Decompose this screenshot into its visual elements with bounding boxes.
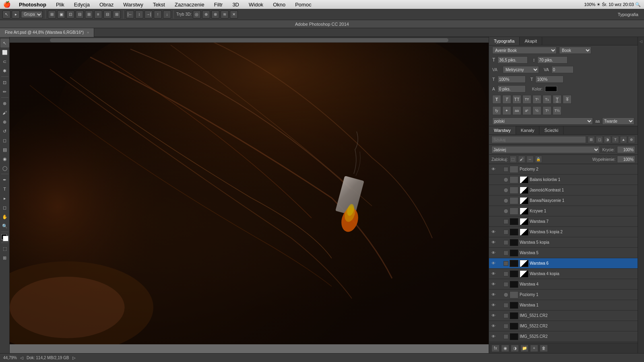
layer-item[interactable]: Krzywe 1 <box>489 206 638 216</box>
blend-mode-select[interactable]: Jaśniej <box>491 146 600 153</box>
layers-list[interactable]: 👁Poziomy 2Balans kolorów 1Jasność/Kontra… <box>489 164 638 343</box>
layer-item[interactable]: Jasność/Kontrast 1 <box>489 185 638 195</box>
scroll-thumb[interactable] <box>50 38 448 42</box>
3d-btn5[interactable]: ✕ <box>230 10 238 19</box>
layer-item[interactable]: 👁IMG_5522.CR2 <box>489 321 638 331</box>
tool-text[interactable]: T <box>0 185 9 193</box>
tool-path-select[interactable]: ▸ <box>0 194 9 203</box>
tool-move[interactable]: ↖ <box>0 39 9 47</box>
apple-menu[interactable]: 🍎 <box>3 1 11 8</box>
tool-hand[interactable]: ✋ <box>0 212 9 221</box>
layer-visibility-toggle[interactable]: 👁 <box>491 313 496 319</box>
leading-input[interactable] <box>537 56 568 64</box>
layer-visibility-toggle[interactable] <box>491 219 496 224</box>
menu-3d[interactable]: 3D <box>231 2 241 8</box>
align-btn7[interactable]: ↕ <box>135 10 143 19</box>
swash-btn[interactable]: ✦ <box>502 106 511 115</box>
align-btn4[interactable]: ⊟ <box>103 10 111 19</box>
menu-tekst[interactable]: Tekst <box>151 2 167 8</box>
3d-btn4[interactable]: ≋ <box>221 10 229 19</box>
style-btn-sub[interactable]: T₁ <box>543 95 551 104</box>
layer-visibility-toggle[interactable]: 👁 <box>491 240 496 245</box>
text-color-swatch[interactable] <box>545 86 557 92</box>
layer-item[interactable]: Barwa/Nasycenie 1 <box>489 195 638 206</box>
smart-filter-btn[interactable]: ⊕ <box>628 136 635 143</box>
layer-item[interactable]: 👁Poziomy 1 <box>489 290 638 300</box>
layer-visibility-toggle[interactable]: 👁 <box>491 271 496 277</box>
menu-photoshop[interactable]: Photoshop <box>17 2 48 8</box>
style-btn-underline[interactable]: T̲ <box>553 95 561 104</box>
align-btn10[interactable]: ↓ <box>163 10 171 19</box>
background-color[interactable] <box>3 236 8 241</box>
tab-akapit[interactable]: Akapit <box>520 37 542 45</box>
align-btn9[interactable]: ↑ <box>154 10 162 19</box>
tool-brush[interactable]: 🖌 <box>0 108 9 117</box>
layer-item[interactable]: 👁Warstwa 4 <box>489 279 638 290</box>
style-btn-small-caps[interactable]: Tᴛ <box>522 95 531 104</box>
lock-pixels-btn[interactable]: 🖌 <box>518 156 525 163</box>
liga-btn[interactable]: fy <box>492 106 501 115</box>
tool-blur[interactable]: ◉ <box>0 154 9 163</box>
style-btn-super[interactable]: T¹ <box>533 95 541 104</box>
arrow-btn[interactable]: ▸ <box>12 10 20 19</box>
layer-item[interactable]: 👁Warstwa 5 kopia <box>489 237 638 248</box>
alt-btn[interactable]: aa <box>512 106 521 115</box>
layer-visibility-toggle[interactable]: 👁 <box>491 167 496 172</box>
sub-btn2[interactable]: T½ <box>553 106 561 115</box>
style-btn-italic[interactable]: T <box>502 95 511 104</box>
layer-visibility-toggle[interactable] <box>491 187 496 193</box>
layer-item[interactable]: Warstwa 7 <box>489 216 638 227</box>
layer-item[interactable]: 👁Warstwa 1 <box>489 300 638 311</box>
add-fx-btn[interactable]: fx <box>491 345 500 352</box>
scale-h-input[interactable] <box>497 76 526 83</box>
opacity-input[interactable] <box>617 146 635 153</box>
layer-visibility-toggle[interactable]: 👁 <box>491 282 496 287</box>
group-select[interactable]: Grupa <box>21 11 43 18</box>
aa-type-select[interactable]: Twarde <box>602 117 634 125</box>
super-btn2[interactable]: T¹ <box>543 106 551 115</box>
tool-dodge[interactable]: ◯ <box>0 164 9 173</box>
layer-visibility-toggle[interactable]: 👁 <box>491 292 496 298</box>
kerning-select[interactable]: Metryczny <box>503 66 539 73</box>
tool-select-rect[interactable]: ⬜ <box>0 48 9 57</box>
new-group-btn[interactable]: 📁 <box>520 345 528 352</box>
layer-visibility-toggle[interactable] <box>491 177 496 183</box>
document-tab[interactable]: Fine Art.psd @ 44,8% (Warstwa 6,RGB/16*)… <box>0 28 94 37</box>
ord-btn[interactable]: aᵃ <box>522 106 531 115</box>
shape-filter-btn[interactable]: ▲ <box>620 136 627 143</box>
adj-filter-btn[interactable]: ◑ <box>604 136 611 143</box>
menu-obraz[interactable]: Obraz <box>98 2 115 8</box>
align-btn2[interactable]: ⊞ <box>85 10 93 19</box>
tab-warstwy[interactable]: Warstwy <box>489 126 516 134</box>
tab-typography[interactable]: Typografia <box>489 37 520 45</box>
align-btn5[interactable]: ⊞ <box>113 10 121 19</box>
style-btn-caps[interactable]: TT <box>512 95 521 104</box>
tab-sciezki[interactable]: Ścieżki <box>539 126 564 134</box>
font-style-select[interactable]: Book <box>559 47 591 54</box>
3d-btn2[interactable]: ⊕ <box>202 10 210 19</box>
3d-btn3[interactable]: ⊗ <box>211 10 219 19</box>
typography-btn[interactable]: Typografia <box>615 12 642 17</box>
align-btn1[interactable]: ⊟ <box>76 10 84 19</box>
text-filter-btn[interactable]: T <box>612 136 619 143</box>
layer-visibility-toggle[interactable]: 👁 <box>491 302 496 308</box>
layer-visibility-toggle[interactable]: 👁 <box>491 323 496 329</box>
tool-gradient[interactable]: ▤ <box>0 145 9 154</box>
style-btn-bold[interactable]: T <box>492 95 501 104</box>
style-btn-strike[interactable]: T̶ <box>563 95 572 104</box>
layer-item[interactable]: 👁IMG_5521.CR2 <box>489 311 638 321</box>
menu-plik[interactable]: Plik <box>54 2 66 8</box>
align-btn8[interactable]: →| <box>144 10 153 19</box>
tool-mode-btn[interactable]: ⬚ <box>0 244 9 253</box>
layer-item[interactable]: 👁IMG_5525.CR2 <box>489 331 638 342</box>
transform-btn1[interactable]: ⊞ <box>48 10 56 19</box>
tool-stamp[interactable]: ⊕ <box>0 117 9 126</box>
tool-history-brush[interactable]: ↺ <box>0 127 9 136</box>
add-adj-btn[interactable]: ◑ <box>511 345 519 352</box>
layer-item[interactable]: 👁Poziomy 2 <box>489 164 638 175</box>
tool-crop[interactable]: ⊡ <box>0 78 9 87</box>
tool-magic-wand[interactable]: ✱ <box>0 66 9 75</box>
tool-spot-heal[interactable]: ⊗ <box>0 99 9 108</box>
canvas-area[interactable] <box>10 37 489 353</box>
color-picker[interactable] <box>1 234 8 241</box>
